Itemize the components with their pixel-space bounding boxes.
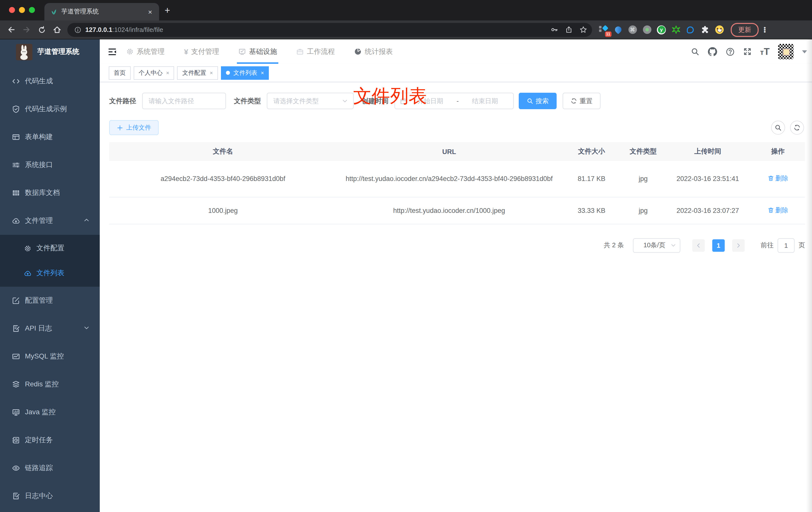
password-key-icon[interactable] [551,26,558,33]
active-dot [226,71,230,75]
end-date-input[interactable]: 结束日期 [462,96,508,106]
sidebar-item-mysql-monitor[interactable]: MySQL 监控 [0,342,100,370]
bookmark-star-icon[interactable] [580,26,587,33]
extension-tabs-icon[interactable]: 11 [599,25,608,34]
tab-close-icon[interactable]: × [146,8,154,16]
tag-file-list[interactable]: 文件列表× [221,66,269,80]
help-icon[interactable] [726,47,735,56]
doc-edit-icon [12,325,20,333]
extension-y-icon[interactable]: y [657,25,666,34]
sidebar-item-java-monitor[interactable]: Java 监控 [0,398,100,426]
goto-page-input[interactable] [778,238,794,252]
tag-file-config[interactable]: 文件配置× [177,66,218,80]
search-icon [775,124,782,131]
cell-file-type: jpg [621,161,665,197]
sidebar-item-file-management[interactable]: 文件管理 [0,207,100,235]
github-icon[interactable] [708,47,717,56]
fullscreen-icon[interactable] [743,48,752,56]
new-tab-button[interactable]: + [165,5,170,16]
refresh-table-button[interactable] [790,121,804,134]
sidebar-item-form-builder[interactable]: 表单构建 [0,123,100,151]
extension-puzzle-icon[interactable] [700,25,709,34]
browser-update-button[interactable]: 更新 [731,23,759,37]
nav-item-payment[interactable]: ¥支付管理 [182,39,221,64]
reload-icon[interactable] [38,26,46,34]
nav-item-workflow[interactable]: 工作流程 [295,39,337,64]
browser-menu-icon[interactable]: ••• [764,27,766,33]
extension-command-icon[interactable]: ⌘ [628,25,637,34]
close-window-button[interactable] [9,7,15,13]
extension-balloon-icon[interactable] [613,25,622,34]
extension-record-icon[interactable] [642,25,651,34]
prev-page-button[interactable] [692,239,705,251]
top-nav: 系统管理 ¥支付管理 基础设施 工作流程 统计报表 [125,39,411,64]
sidebar-item-redis-monitor[interactable]: Redis 监控 [0,370,100,398]
toggle-search-button[interactable] [771,121,785,134]
cell-file-name: 1000.jpeg [109,197,337,224]
sidebar: 芋道管理系统 代码生成 代码生成示例 表单构建 系统接口 数据库文档 文件管理 … [0,39,100,512]
table-header-row: 文件名 URL 文件大小 文件类型 上传时间 操作 [109,142,805,161]
screen: 芋道管理系统 × + 127.0.0.1:1024/infra/file/fil… [0,0,812,512]
extension-lens-icon[interactable] [686,25,695,34]
page-size-select[interactable]: 10条/页 [633,238,680,252]
avatar-caret-icon[interactable] [802,50,807,56]
tag-profile[interactable]: 个人中心× [134,66,174,80]
sidebar-item-code-gen[interactable]: 代码生成 [0,67,100,95]
delete-button[interactable]: 删除 [767,173,788,184]
eye-icon [12,464,20,472]
close-icon[interactable]: × [261,70,264,76]
address-bar[interactable]: 127.0.0.1:1024/infra/file/file [67,23,592,37]
sidebar-item-config-management[interactable]: 配置管理 [0,287,100,314]
file-type-select[interactable]: 请选择文件类型 [267,93,354,109]
browser-tab[interactable]: 芋道管理系统 × [45,3,159,21]
file-path-input[interactable] [142,93,226,109]
cloud-download-icon [12,217,20,225]
next-page-button[interactable] [732,239,745,251]
sidebar-item-log-center[interactable]: 日志中心 [0,482,100,510]
sidebar-item-file-list[interactable]: 文件列表 [0,261,100,286]
sidebar-item-system-api[interactable]: 系统接口 [0,151,100,179]
browser-tab-title: 芋道管理系统 [61,7,146,16]
window-controls[interactable] [9,7,35,13]
close-icon[interactable]: × [166,70,169,76]
sidebar-item-api-log[interactable]: API 日志 [0,314,100,342]
collapse-sidebar-icon[interactable] [108,47,117,56]
forward-icon[interactable] [23,25,31,34]
site-info-icon[interactable] [74,26,81,33]
sidebar-item-file-config[interactable]: 文件配置 [0,236,100,261]
col-actions: 操作 [751,142,805,161]
sidebar-item-code-example[interactable]: 代码生成示例 [0,95,100,123]
close-icon[interactable]: × [210,70,213,76]
search-button[interactable]: 搜索 [519,93,557,109]
tag-home[interactable]: 首页 [109,66,131,80]
nav-item-report[interactable]: 统计报表 [353,39,394,64]
app-window: 芋道管理系统 代码生成 代码生成示例 表单构建 系统接口 数据库文档 文件管理 … [0,39,812,512]
zoom-window-button[interactable] [29,7,35,13]
avatar[interactable] [778,44,793,59]
page-number-1[interactable]: 1 [712,239,725,251]
nav-item-infrastructure[interactable]: 基础设施 [237,39,279,64]
url-text[interactable]: 127.0.0.1:1024/infra/file/file [85,26,547,33]
nav-item-system[interactable]: 系统管理 [125,39,166,64]
upload-file-button[interactable]: 上传文件 [109,120,158,135]
extension-emoji-icon[interactable] [715,25,724,34]
col-file-size: 文件大小 [561,142,621,161]
total-count: 共 2 条 [604,241,624,250]
sidebar-item-scheduled-jobs[interactable]: 定时任务 [0,426,100,454]
table-row: a294ecb2-73dd-4353-bf40-296b8931d0bf htt… [109,161,805,197]
back-icon[interactable] [7,25,16,34]
chart-icon [12,353,20,360]
chevron-down-icon [342,98,348,104]
sidebar-item-db-doc[interactable]: 数据库文档 [0,179,100,207]
extension-star-icon[interactable] [671,25,680,34]
sidebar-logo[interactable]: 芋道管理系统 [0,39,100,64]
search-icon[interactable] [691,48,699,56]
minimize-window-button[interactable] [19,7,25,13]
sidebar-item-trace[interactable]: 链路追踪 [0,454,100,482]
share-icon[interactable] [565,26,573,33]
font-size-icon[interactable]: тT [760,46,770,57]
reset-button[interactable]: 重置 [562,93,601,109]
delete-button[interactable]: 删除 [767,204,788,216]
cell-url: http://test.yudao.iocoder.cn/1000.jpeg [337,197,561,224]
home-icon[interactable] [53,25,61,34]
